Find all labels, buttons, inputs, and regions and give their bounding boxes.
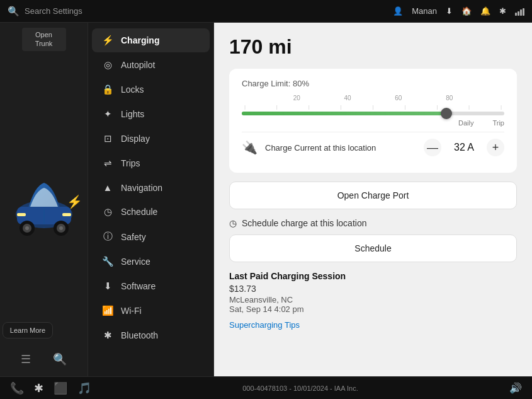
sidebar-item-service-label: Service: [121, 257, 150, 267]
learn-more-banner[interactable]: Learn More: [3, 322, 53, 338]
schedule-button[interactable]: Schedule: [229, 234, 517, 262]
slider-ticks: 20 40 60 80: [242, 95, 504, 101]
schedule-clock-icon: ◷: [229, 218, 237, 228]
sidebar-item-autopilot-label: Autopilot: [121, 60, 155, 70]
sidebar-item-software-label: Software: [121, 281, 156, 291]
svg-rect-9: [62, 213, 71, 216]
user-icon: 👤: [393, 6, 403, 16]
main-layout: Open Trunk: [0, 23, 532, 376]
slider-fill: [242, 112, 446, 115]
navigation-icon: ▲: [102, 182, 113, 193]
taskbar-center-text: 000-40478103 - 10/01/2024 - IAA Inc.: [101, 385, 499, 392]
sidebar-item-lights[interactable]: ✦ Lights: [92, 102, 210, 126]
menu-icon[interactable]: ☰: [21, 352, 31, 366]
taskbar: 📞 ✱ ⬛ 🎵 000-40478103 - 10/01/2024 - IAA …: [0, 376, 532, 399]
wifi-icon: 📶: [102, 305, 113, 316]
decrease-current-button[interactable]: —: [424, 139, 441, 156]
bluetooth-nav-icon: ✱: [102, 330, 113, 341]
bluetooth-taskbar-icon[interactable]: ✱: [34, 381, 43, 395]
service-icon: 🔧: [102, 256, 113, 267]
sidebar-item-charging[interactable]: ⚡ Charging: [92, 28, 210, 52]
sidebar-bottom-icons: ☰ 🔍: [0, 347, 88, 371]
nav-menu: ⚡ Charging ◎ Autopilot 🔒 Locks ✦ Lights …: [88, 23, 214, 376]
search-label[interactable]: Search Settings: [25, 6, 82, 16]
svg-rect-8: [17, 213, 26, 216]
taskbar-info: 000-40478103 - 10/01/2024 - IAA Inc.: [242, 385, 358, 392]
charge-current-label: Charge Current at this location: [265, 143, 416, 153]
sidebar-item-bluetooth-label: Bluetooth: [121, 330, 158, 340]
last-session-location: McLeansville, NC: [229, 295, 517, 304]
sidebar-item-navigation[interactable]: ▲ Navigation: [92, 176, 210, 199]
svg-point-4: [25, 226, 29, 230]
increase-current-button[interactable]: +: [487, 139, 504, 156]
sidebar-item-autopilot[interactable]: ◎ Autopilot: [92, 53, 210, 77]
signal-bars: [515, 7, 524, 16]
charge-current-row: 🔌 Charge Current at this location — 32 A…: [242, 132, 504, 163]
schedule-header-text: Schedule charge at this location: [242, 218, 366, 228]
user-name: Manan: [412, 6, 437, 16]
topbar-right: 👤 Manan ⬇ 🏠 🔔 ✱: [393, 6, 524, 16]
signal-bar-2: [518, 11, 519, 16]
lights-icon: ✦: [102, 108, 113, 120]
tick-60: 60: [395, 95, 402, 101]
topbar: 🔍 Search Settings 👤 Manan ⬇ 🏠 🔔 ✱: [0, 0, 532, 23]
sidebar-item-service[interactable]: 🔧 Service: [92, 250, 210, 274]
search-bottom-icon[interactable]: 🔍: [53, 352, 67, 366]
sidebar-item-trips[interactable]: ⇌ Trips: [92, 151, 210, 175]
safety-icon: ⓘ: [102, 231, 113, 243]
charging-lightning-icon: ⚡: [67, 194, 82, 209]
volume-icon[interactable]: 🔊: [509, 382, 522, 394]
page-title: 170 mi: [229, 35, 517, 59]
charge-limit-card: Charge Limit: 80% 20 40 60 80 | | | | |: [229, 69, 517, 173]
topbar-left: 🔍 Search Settings: [8, 6, 82, 17]
display-icon: ⊡: [102, 133, 113, 144]
download-icon: ⬇: [446, 6, 453, 16]
sidebar-item-safety-label: Safety: [121, 232, 146, 242]
slider-thumb[interactable]: [441, 108, 452, 119]
last-session-amount: $13.73: [229, 284, 517, 294]
trips-icon: ⇌: [102, 158, 113, 169]
sidebar-item-schedule-label: Schedule: [121, 207, 157, 217]
search-icon: 🔍: [8, 6, 20, 17]
daily-label: Daily: [458, 119, 473, 127]
bluetooth-icon: ✱: [499, 6, 506, 16]
music-icon[interactable]: 🎵: [77, 381, 91, 395]
slider-track[interactable]: [242, 112, 504, 115]
sidebar-item-display-label: Display: [121, 134, 150, 144]
car-sidebar: Open Trunk: [0, 23, 88, 376]
sidebar-item-schedule[interactable]: ◷ Schedule: [92, 200, 210, 224]
sidebar-item-charging-label: Charging: [121, 35, 159, 45]
media-icon[interactable]: ⬛: [54, 381, 67, 395]
tick-20: 20: [293, 95, 300, 101]
sidebar-item-lights-label: Lights: [121, 109, 144, 119]
phone-icon[interactable]: 📞: [10, 381, 24, 395]
current-control: — 32 A +: [424, 139, 504, 156]
sidebar-item-locks[interactable]: 🔒 Locks: [92, 78, 210, 101]
schedule-section: ◷ Schedule charge at this location Sched…: [229, 218, 517, 262]
charge-limit-slider[interactable]: 20 40 60 80 | | | | | | | | |: [242, 95, 504, 127]
supercharging-tips-link[interactable]: Supercharging Tips: [229, 320, 517, 330]
last-charging-session: Last Paid Charging Session $13.73 McLean…: [229, 271, 517, 314]
sidebar-item-software[interactable]: ⬇ Software: [92, 274, 210, 298]
svg-point-7: [59, 226, 63, 230]
trip-label: Trip: [492, 119, 504, 127]
plug-icon: 🔌: [242, 140, 258, 155]
sidebar-item-display[interactable]: ⊡ Display: [92, 127, 210, 151]
sidebar-item-wifi-label: Wi-Fi: [121, 306, 142, 316]
sidebar-item-wifi[interactable]: 📶 Wi-Fi: [92, 299, 210, 323]
locks-icon: 🔒: [102, 84, 113, 95]
sidebar-item-safety[interactable]: ⓘ Safety: [92, 224, 210, 249]
charging-icon: ⚡: [102, 35, 113, 46]
autopilot-icon: ◎: [102, 59, 113, 71]
open-charge-port-button[interactable]: Open Charge Port: [229, 182, 517, 209]
software-icon: ⬇: [102, 280, 113, 292]
tick-40: 40: [344, 95, 351, 101]
sidebar-item-bluetooth[interactable]: ✱ Bluetooth: [92, 323, 210, 347]
current-value: 32 A: [451, 142, 477, 153]
open-trunk-button[interactable]: Open Trunk: [22, 28, 66, 51]
tick-80: 80: [446, 95, 453, 101]
taskbar-right: 🔊: [509, 382, 522, 394]
sidebar-item-trips-label: Trips: [121, 158, 140, 168]
last-session-date: Sat, Sep 14 4:02 pm: [229, 304, 517, 314]
car-image-area: ⚡: [0, 56, 88, 347]
